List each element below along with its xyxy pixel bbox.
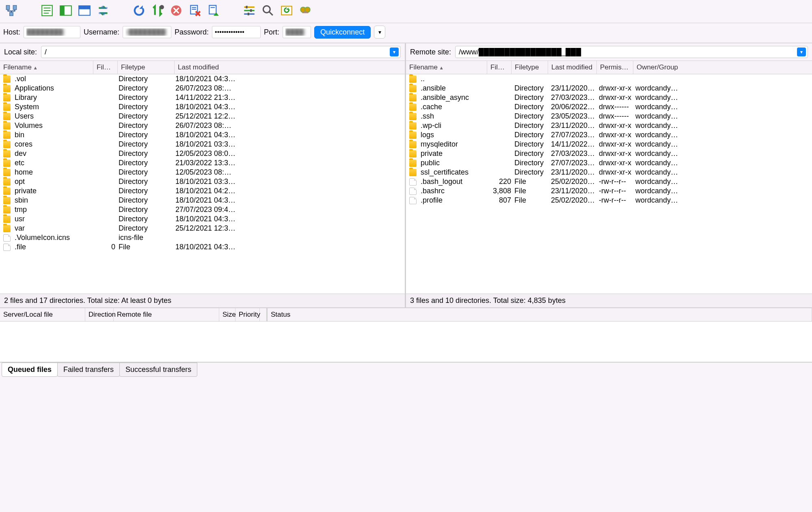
chevron-down-icon[interactable]: ▾ (797, 48, 806, 56)
cell-filename: .bashrc (419, 187, 490, 195)
refresh-icon[interactable] (131, 2, 147, 19)
list-item[interactable]: tmpDirectory27/07/2023 09:4… (0, 205, 405, 214)
list-item[interactable]: .file0File18/10/2021 04:3… (0, 242, 405, 252)
col-filesize[interactable]: Filesize (93, 61, 118, 74)
list-item[interactable]: .sshDirectory23/05/2023 1…drwx------word… (406, 112, 812, 121)
col-lastmodified[interactable]: Last modified (175, 61, 405, 74)
cell-permissions: drwxr-xr-x (597, 131, 634, 139)
list-item[interactable]: etcDirectory21/03/2022 13:3… (0, 158, 405, 168)
list-item[interactable]: ssl_certificatesDirectory23/11/2020 1…dr… (406, 168, 812, 177)
remote-column-headers[interactable]: Filename Filesize Filetype Last modified… (406, 60, 812, 74)
list-item[interactable]: logsDirectory27/07/2023 0…drwxr-xr-xword… (406, 130, 812, 140)
list-item[interactable]: devDirectory12/05/2023 08:0… (0, 149, 405, 158)
folder-icon (409, 169, 417, 176)
list-item[interactable]: .profile807File25/02/2020 1…-rw-r--r--wo… (406, 196, 812, 205)
list-item[interactable]: privateDirectory18/10/2021 04:2… (0, 186, 405, 196)
col-direction[interactable]: Direction (85, 308, 114, 321)
list-item[interactable]: varDirectory25/12/2021 12:3… (0, 224, 405, 233)
toggle-remote-tree-icon[interactable] (76, 2, 93, 19)
list-item[interactable]: usrDirectory18/10/2021 04:3… (0, 214, 405, 224)
sync-browse-icon[interactable] (279, 2, 295, 19)
list-item[interactable]: LibraryDirectory14/11/2022 21:3… (0, 93, 405, 102)
tab-successful-transfers[interactable]: Successful transfers (119, 363, 197, 377)
list-item[interactable]: mysqleditorDirectory14/11/2022 1…drwxr-x… (406, 140, 812, 149)
col-filename[interactable]: Filename (0, 61, 93, 74)
file-icon (3, 244, 11, 251)
list-item[interactable]: binDirectory18/10/2021 04:3… (0, 130, 405, 140)
cancel-icon[interactable] (168, 2, 184, 19)
col-filename[interactable]: Filename (406, 61, 487, 74)
col-priority[interactable]: Priority (235, 308, 260, 321)
cell-modified: 25/02/2020 1… (549, 196, 597, 205)
col-ownergroup[interactable]: Owner/Group (633, 61, 812, 74)
col-filesize[interactable]: Filesize (487, 61, 512, 74)
col-server-localfile[interactable]: Server/Local file (0, 308, 85, 321)
quickconnect-button[interactable]: Quickconnect (314, 26, 371, 39)
list-item[interactable]: sbinDirectory18/10/2021 04:3… (0, 196, 405, 205)
process-queue-icon[interactable] (149, 2, 166, 19)
cell-filetype: Directory (513, 121, 549, 130)
disconnect-icon[interactable] (187, 2, 203, 19)
col-filetype[interactable]: Filetype (512, 61, 548, 74)
remote-path-combo[interactable]: /www/████████████████_███ ▾ (455, 46, 808, 58)
list-item[interactable]: homeDirectory12/05/2023 08:… (0, 168, 405, 177)
list-item[interactable]: .bash_logout220File25/02/2020 1…-rw-r--r… (406, 177, 812, 186)
list-item[interactable]: .wp-cliDirectory23/11/2020 1…drwxr-xr-xw… (406, 121, 812, 130)
toggle-log-icon[interactable] (39, 2, 55, 19)
list-item[interactable]: publicDirectory27/07/2023 0…drwxr-xr-xwo… (406, 158, 812, 168)
username-input[interactable] (123, 26, 171, 38)
queue-column-headers[interactable]: Server/Local file Direction Remote file … (0, 307, 812, 322)
svg-rect-8 (60, 6, 65, 15)
col-remotefile[interactable]: Remote file (114, 308, 219, 321)
local-file-list[interactable]: .volDirectory18/10/2021 04:3…Application… (0, 74, 405, 294)
password-input[interactable] (212, 26, 261, 38)
cell-filesize: 0 (94, 243, 117, 251)
filter-icon[interactable] (241, 2, 257, 19)
cell-filetype: File (513, 196, 549, 205)
cell-ownergroup: wordcandy… (634, 121, 809, 130)
list-item[interactable]: .. (406, 74, 812, 84)
reconnect-icon[interactable] (205, 2, 222, 19)
cell-ownergroup: wordcandy… (634, 131, 809, 139)
folder-icon (3, 150, 11, 158)
site-manager-icon[interactable] (3, 2, 19, 19)
svg-rect-22 (250, 9, 252, 12)
list-item[interactable]: .bashrc3,808File23/11/2020 1…-rw-r--r--w… (406, 186, 812, 196)
list-item[interactable]: privateDirectory27/03/2023 2…drwxr-xr-xw… (406, 149, 812, 158)
list-item[interactable]: optDirectory18/10/2021 03:3… (0, 177, 405, 186)
compare-icon[interactable] (260, 2, 276, 19)
list-item[interactable]: ApplicationsDirectory26/07/2023 08:… (0, 84, 405, 93)
list-item[interactable]: .volDirectory18/10/2021 04:3… (0, 74, 405, 84)
col-lastmodified[interactable]: Last modified (548, 61, 597, 74)
folder-icon (409, 160, 417, 167)
list-item[interactable]: VolumesDirectory26/07/2023 08:… (0, 121, 405, 130)
list-item[interactable]: .ansible_asyncDirectory27/03/2023 2…drwx… (406, 93, 812, 102)
list-item[interactable]: .ansibleDirectory23/11/2020 1…drwxr-xr-x… (406, 84, 812, 93)
toggle-local-tree-icon[interactable] (58, 2, 74, 19)
local-path-combo[interactable]: / ▾ (41, 46, 401, 58)
list-item[interactable]: .cacheDirectory20/06/2022 1…drwx------wo… (406, 102, 812, 112)
cell-modified: 18/10/2021 04:3… (174, 131, 402, 139)
col-filetype[interactable]: Filetype (118, 61, 175, 74)
cell-modified: 14/11/2022 21:3… (174, 93, 402, 102)
tab-queued-files[interactable]: Queued files (2, 363, 58, 377)
col-size[interactable]: Size (219, 308, 235, 321)
col-status[interactable]: Status (268, 308, 812, 321)
quickconnect-history-dropdown[interactable]: ▾ (374, 26, 385, 39)
cell-filetype: File (513, 187, 549, 195)
port-input[interactable] (283, 26, 311, 38)
col-permissions[interactable]: Permissions (597, 61, 633, 74)
list-item[interactable]: SystemDirectory18/10/2021 04:3… (0, 102, 405, 112)
remote-file-list[interactable]: ...ansibleDirectory23/11/2020 1…drwxr-xr… (406, 74, 812, 294)
chevron-down-icon[interactable]: ▾ (390, 48, 399, 56)
toggle-queue-icon[interactable] (95, 2, 111, 19)
local-column-headers[interactable]: Filename Filesize Filetype Last modified (0, 60, 405, 74)
list-item[interactable]: coresDirectory18/10/2021 03:3… (0, 140, 405, 149)
tab-failed-transfers[interactable]: Failed transfers (57, 363, 120, 377)
list-item[interactable]: UsersDirectory25/12/2021 12:2… (0, 112, 405, 121)
list-item[interactable]: .VolumeIcon.icnsicns-file (0, 233, 405, 242)
folder-icon (3, 178, 11, 186)
search-icon[interactable] (297, 2, 313, 19)
host-input[interactable] (24, 26, 80, 38)
queue-body[interactable] (0, 322, 812, 362)
